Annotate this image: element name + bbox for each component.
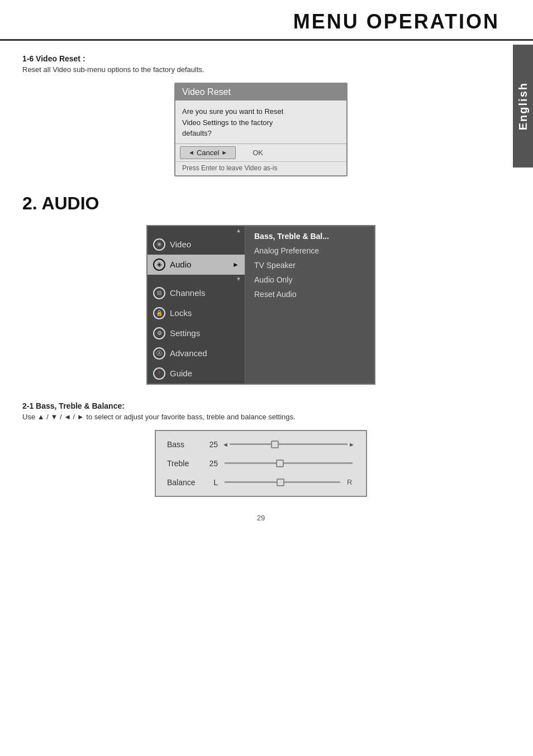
menu-item-channels-label: Channels: [170, 288, 205, 298]
menu-item-settings-label: Settings: [170, 328, 200, 338]
balance-label: Balance: [167, 478, 198, 487]
bass-thumb: [271, 441, 279, 448]
menu-item-audio-label: Audio: [170, 260, 191, 269]
submenu-tv-speaker[interactable]: TV Speaker: [251, 259, 369, 272]
section-audio: 2. AUDIO ▲ ✳ Video: [22, 193, 499, 497]
menu-item-guide-label: Guide: [170, 369, 192, 378]
dialog-body-line2: Video Settings to the factory: [182, 118, 273, 127]
submenu-audio-only[interactable]: Audio Only: [251, 273, 369, 286]
balance-row: Balance L R: [167, 478, 355, 487]
section-21-heading: 2-1 Bass, Treble & Balance:: [22, 401, 499, 410]
bass-slider[interactable]: ◄ ►: [222, 440, 355, 449]
menu-item-channels[interactable]: ⊟ Channels: [147, 283, 245, 303]
ok-button[interactable]: OK: [253, 149, 263, 157]
slider-box: Bass 25 ◄ ► Treble 25: [155, 430, 367, 497]
menu-item-video[interactable]: ✳ Video: [147, 235, 245, 255]
menu-item-advanced-label: Advanced: [170, 348, 207, 358]
audio-menu-box: ▲ ✳ Video ◈ Audio: [146, 225, 375, 385]
treble-thumb: [276, 460, 284, 467]
menu-right: Bass, Treble & Bal... Analog Preference …: [245, 226, 374, 384]
balance-track: [225, 481, 340, 483]
settings-icon: ⚙: [153, 327, 165, 339]
submenu-arrow-icon: ►: [232, 261, 239, 269]
scroll-up-icon: ▲: [236, 227, 241, 233]
video-reset-dialog-wrapper: Video Reset Are you sure you want to Res…: [22, 83, 499, 176]
dialog-body-line1: Are you sure you want to Reset: [182, 107, 283, 116]
treble-row: Treble 25: [167, 459, 355, 468]
audio-menu-wrapper: ▲ ✳ Video ◈ Audio: [22, 225, 499, 385]
page-number: 29: [22, 514, 499, 533]
page-title: MENU OPERATION: [17, 10, 499, 34]
slider-wrapper: Bass 25 ◄ ► Treble 25: [22, 430, 499, 497]
dialog-body-line3: defaults?: [182, 129, 212, 137]
scroll-up: ▲: [147, 226, 245, 235]
section-21-desc: Use ▲ / ▼ / ◄ / ► to select or adjust yo…: [22, 413, 499, 421]
balance-left-label: L: [202, 478, 218, 487]
dialog-footer: Press Enter to leave Video as-is: [175, 161, 346, 175]
submenu-analog-preference[interactable]: Analog Preference: [251, 244, 369, 257]
menu-item-audio[interactable]: ◈ Audio ►: [147, 255, 245, 275]
section-16-desc: Reset all Video sub-menu options to the …: [22, 65, 499, 74]
treble-value: 25: [202, 459, 218, 468]
side-tab: English: [513, 45, 533, 168]
scroll-down: ▼: [147, 275, 245, 283]
locks-icon: 🔒: [153, 307, 165, 319]
bass-right-arrows: ►: [349, 441, 355, 448]
left-arrow-icon: ◄: [188, 149, 194, 156]
menu-item-settings[interactable]: ⚙ Settings: [147, 323, 245, 343]
cancel-button[interactable]: ◄ Cancel ►: [180, 146, 236, 159]
submenu-reset-audio[interactable]: Reset Audio: [251, 288, 369, 301]
advanced-icon: Ⓐ: [153, 347, 165, 360]
bass-track: [230, 443, 348, 445]
menu-item-locks[interactable]: 🔒 Locks: [147, 303, 245, 323]
audio-icon: ◈: [153, 259, 165, 271]
balance-slider[interactable]: [222, 478, 342, 487]
section-16-heading: 1-6 Video Reset :: [22, 54, 499, 63]
audio-section-title: 2. AUDIO: [22, 193, 499, 214]
treble-label: Treble: [167, 459, 198, 468]
cancel-label: Cancel: [197, 149, 219, 157]
scroll-down-icon: ▼: [236, 276, 241, 282]
ok-label: OK: [253, 149, 263, 157]
menu-item-video-label: Video: [170, 240, 191, 249]
page-header: MENU OPERATION: [0, 0, 533, 41]
side-tab-label: English: [517, 82, 530, 130]
menu-item-guide[interactable]: ! Guide: [147, 363, 245, 384]
bass-row: Bass 25 ◄ ►: [167, 440, 355, 449]
section-21: 2-1 Bass, Treble & Balance: Use ▲ / ▼ / …: [22, 401, 499, 497]
treble-slider[interactable]: [222, 459, 355, 468]
video-reset-dialog: Video Reset Are you sure you want to Res…: [174, 83, 348, 176]
dialog-buttons: ◄ Cancel ► OK: [175, 143, 346, 161]
video-icon: ✳: [153, 238, 165, 251]
menu-item-advanced[interactable]: Ⓐ Advanced: [147, 343, 245, 363]
main-content: 1-6 Video Reset : Reset all Video sub-me…: [0, 54, 533, 556]
bass-left-arrows: ◄: [222, 441, 229, 448]
bass-value: 25: [202, 440, 218, 449]
menu-item-locks-label: Locks: [170, 308, 192, 318]
right-arrow-icon: ►: [221, 149, 227, 156]
submenu-bass-treble[interactable]: Bass, Treble & Bal...: [251, 229, 369, 243]
dialog-title: Video Reset: [175, 84, 346, 101]
dialog-body: Are you sure you want to Reset Video Set…: [175, 101, 346, 143]
bass-label: Bass: [167, 440, 198, 449]
section-16: 1-6 Video Reset : Reset all Video sub-me…: [22, 54, 499, 176]
treble-track: [225, 462, 353, 464]
balance-thumb: [277, 479, 284, 486]
channels-icon: ⊟: [153, 287, 165, 299]
guide-icon: !: [153, 367, 165, 380]
balance-right-label: R: [347, 478, 355, 486]
menu-left: ▲ ✳ Video ◈ Audio: [147, 226, 245, 384]
